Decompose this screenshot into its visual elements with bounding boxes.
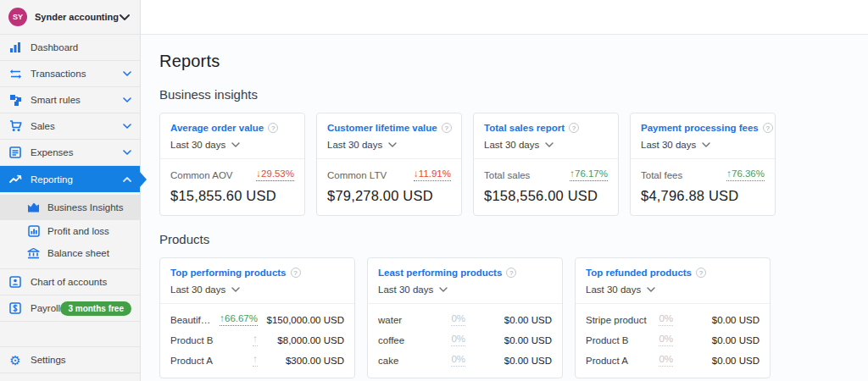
change-percent: 0% — [451, 313, 465, 326]
bank-icon — [27, 247, 40, 260]
bar-chart-box-icon — [27, 225, 40, 238]
change-percent: ↓11.91% — [414, 168, 451, 181]
metric-amount: $15,855.60 USD — [170, 188, 294, 204]
change-percent: 0% — [451, 354, 465, 367]
card-title-link[interactable]: Average order value — [170, 123, 264, 133]
metric-amount: $79,278.00 USD — [327, 188, 451, 204]
card-title-link[interactable]: Total sales report — [484, 123, 565, 133]
card-title-link[interactable]: Payment processing fees — [641, 123, 759, 133]
sidebar-item-expenses[interactable]: Expenses — [0, 140, 140, 166]
sidebar-item-reporting[interactable]: Reporting — [0, 166, 140, 192]
sidebar-item-dashboard[interactable]: Dashboard — [0, 35, 140, 61]
period-dropdown[interactable]: Last 30 days — [378, 284, 552, 295]
card-title-link[interactable]: Least performing products — [378, 268, 502, 278]
chevron-down-icon — [231, 286, 240, 293]
change-percent: 0% — [451, 334, 465, 346]
flowchart-icon — [8, 93, 22, 107]
sidebar-item-settings[interactable]: ⚙ Settings — [0, 347, 140, 373]
card-title-link[interactable]: Top refunded products — [586, 268, 692, 278]
help-icon[interactable]: ? — [569, 123, 579, 133]
sidebar-item-label: Transactions — [31, 69, 123, 79]
chevron-down-icon — [647, 286, 655, 293]
sidebar-item-label: Settings — [31, 355, 131, 365]
sidebar-item-label: Payroll — [31, 303, 60, 313]
change-percent: 0% — [659, 354, 673, 367]
metric-label: Total sales — [484, 170, 530, 180]
sidebar-item-sales[interactable]: Sales — [0, 113, 140, 140]
product-card-top-performing: Top performing products ? Last 30 days B… — [159, 257, 355, 378]
sidebar-item-label: Expenses — [31, 147, 123, 157]
period-dropdown[interactable]: Last 30 days — [327, 140, 451, 150]
change-percent: ↑76.36% — [726, 168, 765, 181]
transfer-arrows-icon — [8, 67, 22, 80]
help-icon[interactable]: ? — [506, 268, 516, 278]
sidebar-item-label: Balance sheet — [47, 248, 109, 258]
chevron-down-icon — [120, 14, 130, 21]
sidebar-item-label: Business Insights — [47, 202, 124, 213]
period-dropdown[interactable]: Last 30 days — [484, 140, 608, 150]
metric-card-average-order-value: Average order value ? Last 30 days Commo… — [159, 113, 305, 216]
period-dropdown[interactable]: Last 30 days — [170, 140, 294, 150]
account-switcher[interactable]: SY Synder accounting — [0, 0, 140, 35]
help-icon[interactable]: ? — [291, 268, 301, 278]
product-row: Stripe product 0% $0.00 USD — [586, 313, 760, 326]
sidebar-item-label: Dashboard — [31, 42, 131, 52]
top-bar — [141, 0, 868, 35]
product-row: water 0% $0.00 USD — [378, 313, 552, 326]
change-percent: 0% — [659, 313, 673, 326]
metric-amount: $4,796.88 USD — [641, 188, 765, 204]
sidebar: SY Synder accounting Dashboard Transacti… — [0, 0, 141, 381]
product-row: Product B ↑ $8,000.00 USD — [170, 334, 344, 346]
sidebar-item-label: Reporting — [31, 174, 123, 185]
period-dropdown[interactable]: Last 30 days — [170, 284, 344, 295]
chevron-down-icon — [123, 123, 131, 130]
sidebar-item-label: Smart rules — [31, 95, 123, 105]
help-icon[interactable]: ? — [763, 123, 773, 133]
document-lines-icon — [8, 146, 22, 159]
chevron-down-icon — [123, 70, 131, 77]
sidebar-spacer — [0, 322, 140, 347]
product-row: coffee 0% $0.00 USD — [378, 334, 552, 346]
account-name: Synder accounting — [35, 12, 120, 22]
page-title: Reports — [159, 52, 868, 71]
product-card-least-performing: Least performing products ? Last 30 days… — [367, 257, 563, 378]
reporting-submenu: Business Insights Profit and loss — [0, 192, 140, 269]
sidebar-item-label: Sales — [31, 121, 123, 131]
sidebar-item-smart-rules[interactable]: Smart rules — [0, 87, 140, 113]
change-percent: 0% — [659, 334, 673, 346]
product-row: Product B 0% $0.00 USD — [586, 334, 760, 346]
period-dropdown[interactable]: Last 30 days — [641, 140, 765, 150]
period-dropdown[interactable]: Last 30 days — [586, 284, 760, 295]
metric-card-customer-lifetime-value: Customer lifetime value ? Last 30 days C… — [316, 113, 462, 216]
change-percent: ↑76.17% — [570, 168, 608, 181]
metric-card-total-sales-report: Total sales report ? Last 30 days Total … — [473, 113, 619, 216]
section-heading-business-insights: Business insights — [159, 87, 868, 102]
sidebar-item-business-insights[interactable]: Business Insights — [0, 195, 140, 220]
sidebar-item-payroll[interactable]: Payroll 3 months free — [0, 295, 140, 322]
bar-chart-icon — [8, 41, 22, 54]
product-row: cake 0% $0.00 USD — [378, 354, 552, 367]
line-chart-icon — [8, 173, 22, 186]
section-heading-products: Products — [159, 232, 868, 246]
chevron-down-icon — [231, 141, 240, 148]
card-title-link[interactable]: Top performing products — [170, 268, 287, 278]
card-title-link[interactable]: Customer lifetime value — [327, 123, 437, 133]
sidebar-item-balance-sheet[interactable]: Balance sheet — [0, 242, 140, 264]
chevron-down-icon — [388, 141, 397, 148]
chevron-down-icon — [545, 141, 554, 148]
help-icon[interactable]: ? — [696, 268, 706, 278]
help-icon[interactable]: ? — [442, 123, 452, 133]
help-icon[interactable]: ? — [268, 123, 278, 133]
sidebar-item-chart-of-accounts[interactable]: Chart of accounts — [0, 269, 140, 295]
main-area: Reports Business insights Average order … — [141, 0, 868, 381]
sidebar-item-transactions[interactable]: Transactions — [0, 61, 140, 87]
chevron-down-icon — [123, 149, 131, 156]
change-percent: ↓29.53% — [256, 168, 294, 181]
metric-label: Common AOV — [170, 170, 233, 180]
sidebar-item-label: Chart of accounts — [31, 277, 131, 287]
insights-cards-row: Average order value ? Last 30 days Commo… — [159, 113, 868, 216]
sidebar-item-profit-and-loss[interactable]: Profit and loss — [0, 220, 140, 242]
product-row: Product A 0% $0.00 USD — [586, 354, 760, 367]
gear-icon: ⚙ — [8, 353, 22, 367]
avatar: SY — [8, 8, 27, 26]
